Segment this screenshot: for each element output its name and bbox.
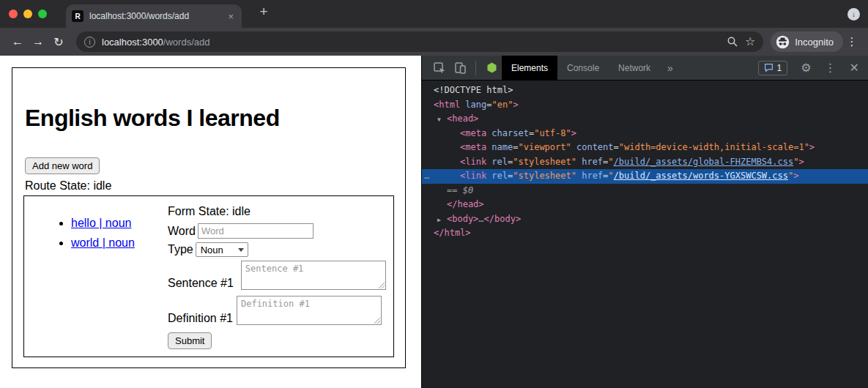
dom-tree-line[interactable]: == $0 [422,184,868,198]
dom-tree-line[interactable]: …<link rel="stylesheet" href="/build/_as… [422,169,868,184]
token-tag: </html> [434,228,471,238]
more-tabs-icon[interactable]: » [660,62,680,74]
dom-tree-line[interactable]: </html> [422,226,868,241]
element-options-gutter-icon[interactable]: … [424,169,430,184]
resize-handle-icon[interactable] [374,317,380,324]
token-attr: rel [486,157,508,167]
token-tag: > [793,171,798,181]
add-new-word-button[interactable]: Add new word [25,157,100,174]
token-val: " [608,171,613,181]
dom-tree-line[interactable]: <link rel="stylesheet" href="/build/_ass… [422,155,868,170]
token-val: "en" [492,100,513,110]
devtools-toolbar: Elements Console Network » 1 ⚙ ⋮ ✕ [422,56,868,81]
token-val: "viewport" [518,142,571,152]
token-attr: charset [486,128,529,138]
url-text: localhost:3000/words/add [102,37,720,48]
token-tag: <meta [460,128,486,138]
fullscreen-window-button[interactable] [38,10,47,18]
token-attr: href [576,157,603,167]
submit-button[interactable]: Submit [168,332,212,349]
download-indicator-icon[interactable]: ↓ [847,8,860,20]
list-item: hello | noun [71,217,135,230]
word-link-world[interactable]: world | noun [71,236,135,249]
resize-handle-icon[interactable] [378,282,385,288]
token-tag: <html [434,100,460,110]
token-link: /build/_assets/global-FHZEMBS4.css [614,157,794,167]
token-attr: lang [460,100,486,110]
words-panel: hello | noun world | noun Form State: id… [23,195,394,357]
forward-button[interactable]: → [28,35,48,48]
minimize-window-button[interactable] [23,10,32,18]
browser-tab[interactable]: R localhost:3000/words/add × [66,4,242,28]
dom-tree-line[interactable]: <!DOCTYPE html> [422,83,868,98]
bookmark-star-icon[interactable]: ☆ [745,36,755,48]
extension-hexagon-icon[interactable] [481,61,502,74]
word-field-row: Word [168,223,314,239]
issues-bubble-icon [764,63,774,72]
token-doctype: <!DOCTYPE html> [434,85,513,95]
definition-field-row: Definition #1 [168,296,382,325]
token-tag: </body> [484,214,522,224]
site-info-icon[interactable]: i [84,37,95,48]
expand-arrow-closed-icon[interactable]: ▶ [437,213,441,228]
dom-tree-line[interactable]: ▼<head> [422,112,868,127]
token-tag: </head> [447,199,484,209]
dom-tree-line[interactable]: <meta name="viewport" content="width=dev… [422,141,868,155]
sentence-label: Sentence #1 [168,277,234,290]
token-attr: content [571,142,614,152]
token-dim: … [478,214,483,224]
incognito-icon [776,35,790,49]
incognito-badge: Incognito [771,31,843,52]
address-bar[interactable]: i localhost:3000/words/add ☆ [76,31,763,52]
word-input[interactable] [198,223,314,239]
token-tag: <link [460,171,486,181]
tab-elements[interactable]: Elements [502,56,557,81]
token-link: /build/_assets/words-YGXSWCSW.css [614,171,788,181]
word-list: hello | noun world | noun [24,217,135,256]
token-tag: <head> [447,113,478,124]
dom-tree-line[interactable]: <html lang="en"> [422,98,868,113]
browser-window: R localhost:3000/words/add × + ↓ ← → ↻ i… [0,0,868,388]
token-tag: > [513,100,518,110]
token-tag: > [809,142,815,152]
window-content: English words I learned Add new word Rou… [0,56,868,388]
device-toolbar-icon[interactable] [450,61,470,75]
new-tab-button[interactable]: + [253,4,274,20]
tab-network[interactable]: Network [609,56,660,81]
dom-tree-line[interactable]: <meta charset="utf-8"> [422,127,868,141]
word-link-hello[interactable]: hello | noun [71,217,131,229]
devtools-toolbar-right: 1 ⚙ ⋮ ✕ [758,61,868,75]
devtools-menu-icon[interactable]: ⋮ [825,62,837,74]
tab-close-icon[interactable]: × [226,11,236,22]
incognito-label: Incognito [795,37,834,48]
token-val: "width=device-width,initial-scale=1" [619,142,809,152]
select-caret-icon [238,248,244,252]
settings-gear-icon[interactable]: ⚙ [801,62,811,74]
inspect-icon[interactable] [429,61,450,75]
definition-textarea[interactable] [237,296,382,325]
tab-console[interactable]: Console [557,56,609,81]
token-ref: == $0 [447,185,473,195]
devtools-close-icon[interactable]: ✕ [850,62,859,74]
toolbar-separator [475,61,476,75]
token-val: "utf-8" [534,128,571,138]
zoom-icon[interactable] [727,36,738,48]
token-val: "stylesheet" [513,157,576,167]
type-field-row: Type Noun [168,242,248,257]
type-select[interactable]: Noun [196,242,248,257]
token-attr: rel [486,171,508,181]
expand-arrow-open-icon[interactable]: ▼ [437,113,441,127]
browser-menu-icon[interactable]: ⋮ [843,35,861,48]
issues-counter[interactable]: 1 [758,61,788,75]
close-window-button[interactable] [9,10,18,18]
sentence-textarea[interactable] [241,261,386,290]
back-button[interactable]: ← [7,35,28,48]
dom-tree-line[interactable]: </head> [422,198,868,212]
token-tag: > [571,128,576,138]
devtools-panel: Elements Console Network » 1 ⚙ ⋮ ✕ <!DOC… [421,56,868,388]
url-host: localhost:3000 [102,37,163,48]
reload-button[interactable]: ↻ [48,35,69,49]
token-tag: <meta [460,142,486,152]
traffic-lights [9,10,47,18]
dom-tree-line[interactable]: ▶<body>…</body> [422,212,868,227]
